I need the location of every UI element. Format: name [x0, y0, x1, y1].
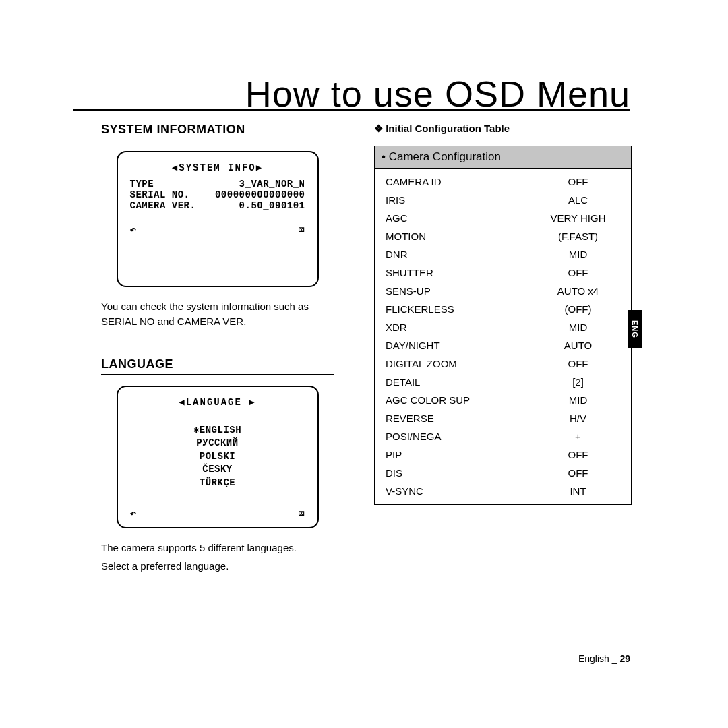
config-value: (F.FAST) — [536, 231, 620, 242]
table-row: FLICKERLESS(OFF) — [375, 300, 631, 318]
osd-serial-label: SERIAL NO. — [130, 189, 190, 200]
language-desc-line-2: Select a preferred language. — [101, 559, 334, 574]
table-row: SHUTTEROFF — [375, 264, 631, 282]
osd-system-info-icons: ↶ ⌧ — [130, 223, 305, 237]
config-value: H/V — [536, 413, 620, 424]
table-row: DAY/NIGHTAUTO — [375, 336, 631, 355]
camera-configuration-rows: CAMERA IDOFFIRISALCAGCVERY HIGHMOTION(F.… — [375, 169, 631, 504]
osd-language-item: ČESKY — [130, 463, 305, 477]
table-row: DNRMID — [375, 245, 631, 264]
table-row: DISOFF — [375, 464, 631, 482]
chapter-title: How to use OSD Menu — [245, 73, 630, 115]
osd-language-list: ✱ENGLISHРУССКИЙPOLSKIČESKYTÜRKÇE — [130, 424, 305, 490]
content-columns: SYSTEM INFORMATION ◀SYSTEM INFO▶ TYPE 3_… — [101, 123, 630, 574]
osd-language-title: ◀LANGUAGE ▶ — [130, 396, 305, 408]
osd-row-serial: SERIAL NO. 000000000000000 — [130, 189, 305, 200]
table-row: CAMERA IDOFF — [375, 173, 631, 191]
system-info-description: You can check the system information suc… — [101, 299, 334, 329]
table-row: XDRMID — [375, 318, 631, 336]
back-icon: ↶ — [130, 507, 137, 520]
config-value: MID — [536, 322, 620, 333]
config-key: DIS — [386, 467, 536, 479]
config-key: CAMERA ID — [386, 176, 536, 187]
osd-language-item: ✱ENGLISH — [130, 424, 305, 437]
config-value: OFF — [536, 176, 620, 187]
camera-configuration-table: • Camera Configuration CAMERA IDOFFIRISA… — [374, 146, 632, 505]
config-value: OFF — [536, 467, 620, 479]
osd-ver-value: 0.50_090101 — [239, 200, 305, 211]
table-row: POSI/NEGA+ — [375, 427, 631, 446]
config-key: IRIS — [386, 194, 536, 206]
osd-row-type: TYPE 3_VAR_NOR_N — [130, 179, 305, 189]
config-value: MID — [536, 249, 620, 260]
osd-language-item: POLSKI — [130, 450, 305, 464]
initial-config-heading: ❖ Initial Configuration Table — [374, 123, 630, 135]
config-key: SHUTTER — [386, 267, 536, 278]
config-value: AUTO — [536, 340, 620, 351]
manual-page: How to use OSD Menu ENG SYSTEM INFORMATI… — [0, 0, 728, 728]
table-row: PIPOFF — [375, 446, 631, 464]
config-value: OFF — [536, 449, 620, 460]
exit-icon: ⌧ — [298, 507, 305, 520]
config-value: OFF — [536, 358, 620, 369]
config-value: + — [536, 431, 620, 442]
table-row: DETAIL[2] — [375, 373, 631, 391]
config-key: DETAIL — [386, 376, 536, 388]
page-number: 29 — [619, 653, 630, 664]
system-information-heading: SYSTEM INFORMATION — [101, 123, 334, 140]
config-value: VERY HIGH — [536, 212, 620, 224]
camera-configuration-header: • Camera Configuration — [375, 146, 631, 169]
config-value: MID — [536, 394, 620, 406]
config-key: MOTION — [386, 231, 536, 242]
config-key: DIGITAL ZOOM — [386, 358, 536, 369]
osd-language-icons: ↶ ⌧ — [130, 507, 305, 520]
table-row: AGC COLOR SUPMID — [375, 391, 631, 409]
table-row: AGCVERY HIGH — [375, 209, 631, 227]
config-value: ALC — [536, 194, 620, 206]
language-heading: LANGUAGE — [101, 357, 334, 375]
language-description: The camera supports 5 different language… — [101, 541, 334, 574]
osd-serial-value: 000000000000000 — [215, 189, 305, 200]
osd-ver-label: CAMERA VER. — [130, 200, 196, 211]
osd-type-value: 3_VAR_NOR_N — [239, 179, 305, 189]
config-value: AUTO x4 — [536, 285, 620, 297]
back-icon: ↶ — [130, 223, 137, 237]
osd-language-screen: ◀LANGUAGE ▶ ✱ENGLISHРУССКИЙPOLSKIČESKYTÜ… — [117, 386, 319, 528]
language-desc-line-1: The camera supports 5 different language… — [101, 541, 334, 555]
chapter-underline — [73, 109, 630, 111]
config-key: POSI/NEGA — [386, 431, 536, 442]
config-value: [2] — [536, 376, 620, 388]
footer-language: English _ — [578, 653, 617, 664]
config-value: OFF — [536, 267, 620, 278]
right-column: ❖ Initial Configuration Table • Camera C… — [374, 123, 630, 574]
table-row: REVERSEH/V — [375, 409, 631, 427]
osd-type-label: TYPE — [130, 179, 154, 189]
config-key: REVERSE — [386, 413, 536, 424]
osd-row-ver: CAMERA VER. 0.50_090101 — [130, 200, 305, 211]
table-row: SENS-UPAUTO x4 — [375, 282, 631, 300]
config-key: SENS-UP — [386, 285, 536, 297]
table-row: MOTION(F.FAST) — [375, 227, 631, 245]
osd-system-info-screen: ◀SYSTEM INFO▶ TYPE 3_VAR_NOR_N SERIAL NO… — [117, 151, 319, 287]
config-key: DAY/NIGHT — [386, 340, 536, 351]
table-row: IRISALC — [375, 191, 631, 209]
table-row: DIGITAL ZOOMOFF — [375, 355, 631, 373]
config-key: PIP — [386, 449, 536, 460]
osd-language-item: РУССКИЙ — [130, 437, 305, 450]
config-value: (OFF) — [536, 303, 620, 315]
left-column: SYSTEM INFORMATION ◀SYSTEM INFO▶ TYPE 3_… — [101, 123, 334, 574]
config-key: V-SYNC — [386, 485, 536, 497]
osd-language-item: TÜRKÇE — [130, 477, 305, 490]
osd-system-info-title: ◀SYSTEM INFO▶ — [130, 162, 305, 173]
config-key: DNR — [386, 249, 536, 260]
exit-icon: ⌧ — [298, 223, 305, 237]
table-row: V-SYNCINT — [375, 482, 631, 500]
config-key: AGC — [386, 212, 536, 224]
page-footer: English _ 29 — [578, 653, 630, 664]
config-key: FLICKERLESS — [386, 303, 536, 315]
config-key: XDR — [386, 322, 536, 333]
config-value: INT — [536, 485, 620, 497]
config-key: AGC COLOR SUP — [386, 394, 536, 406]
